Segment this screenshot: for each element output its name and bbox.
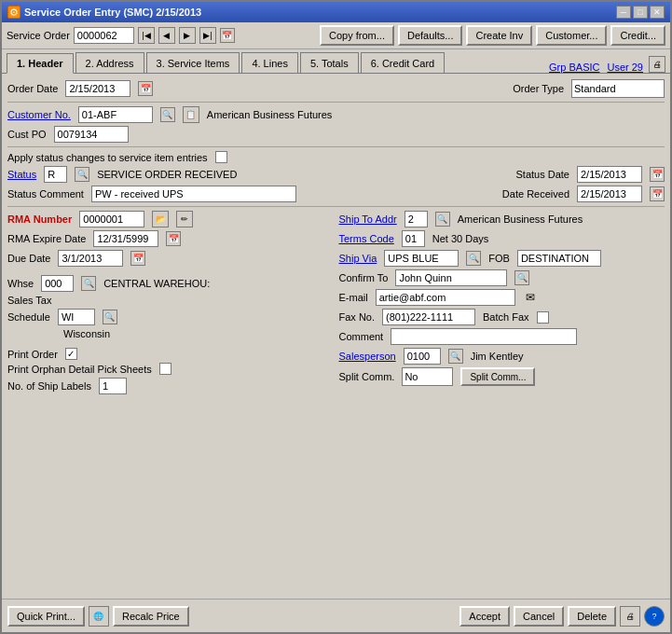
- service-order-label: Service Order: [7, 30, 70, 41]
- schedule-search-btn[interactable]: 🔍: [103, 310, 117, 324]
- terms-code-input[interactable]: [402, 230, 425, 247]
- tab-header[interactable]: 1. Header: [7, 53, 74, 74]
- status-row: Status 🔍 SERVICE ORDER RECEIVED Status D…: [7, 166, 665, 183]
- apply-status-checkbox[interactable]: [215, 151, 227, 163]
- terms-code-link[interactable]: Terms Code: [339, 233, 394, 244]
- rma-edit-btn[interactable]: ✏: [176, 211, 193, 227]
- globe-icon-btn[interactable]: 🌐: [89, 606, 109, 627]
- status-search-btn[interactable]: 🔍: [75, 167, 89, 182]
- status-date-input[interactable]: [577, 166, 642, 183]
- whse-input[interactable]: [41, 275, 74, 292]
- fob-input[interactable]: [517, 250, 601, 267]
- user-link[interactable]: User 29: [607, 62, 643, 73]
- order-date-input[interactable]: [65, 80, 130, 97]
- printer-icon-btn[interactable]: 🖨: [649, 56, 665, 73]
- whse-search-btn[interactable]: 🔍: [81, 276, 96, 291]
- rma-expire-cal-btn[interactable]: 📅: [166, 231, 181, 246]
- ship-via-input[interactable]: [384, 250, 459, 267]
- ship-via-search-btn[interactable]: 🔍: [466, 251, 481, 266]
- order-date-cal-btn[interactable]: 📅: [138, 81, 153, 96]
- comment-input[interactable]: [391, 328, 577, 345]
- close-btn[interactable]: ✕: [650, 6, 665, 19]
- nav-next[interactable]: ▶: [179, 27, 196, 44]
- salesperson-link[interactable]: Salesperson: [339, 351, 396, 362]
- copy-from-button[interactable]: Copy from...: [320, 25, 394, 46]
- recalc-price-button[interactable]: Recalc Price: [113, 606, 189, 627]
- credit-button[interactable]: Credit...: [610, 25, 665, 46]
- service-order-input[interactable]: [74, 27, 134, 44]
- split-comm-button[interactable]: Split Comm...: [460, 367, 535, 386]
- due-date-input[interactable]: [58, 250, 123, 267]
- ship-via-link[interactable]: Ship Via: [339, 253, 377, 264]
- customer-detail-btn[interactable]: 📋: [183, 106, 199, 123]
- rma-expire-input[interactable]: [93, 230, 158, 247]
- salesperson-search-btn[interactable]: 🔍: [448, 349, 463, 364]
- sep3: [7, 206, 665, 207]
- print-order-checkbox[interactable]: [65, 348, 77, 360]
- customer-search-btn[interactable]: 🔍: [160, 107, 175, 122]
- tab-totals[interactable]: 5. Totals: [300, 52, 359, 73]
- customer-button[interactable]: Customer...: [536, 25, 607, 46]
- split-comm-row: Split Comm. No Yes Split Comm...: [339, 367, 665, 386]
- app-icon: ⚙: [7, 6, 21, 19]
- print-icon-btn[interactable]: 🖨: [620, 606, 640, 627]
- print-orphan-checkbox[interactable]: [159, 363, 171, 375]
- tab-address[interactable]: 2. Address: [75, 52, 144, 73]
- batch-fax-checkbox[interactable]: [537, 311, 549, 324]
- tab-credit-card[interactable]: 6. Credit Card: [361, 52, 445, 73]
- email-input[interactable]: [376, 289, 515, 306]
- left-col: RMA Number 📂 ✏ RMA Expire Date 📅 Due Dat…: [7, 211, 334, 397]
- whse-label: Whse: [7, 278, 34, 289]
- help-icon-btn[interactable]: ?: [644, 606, 665, 627]
- tab-lines[interactable]: 4. Lines: [241, 52, 298, 73]
- apply-status-row: Apply status changes to service item ent…: [7, 151, 665, 163]
- order-date-label: Order Date: [7, 83, 58, 94]
- status-date-cal-btn[interactable]: 📅: [650, 167, 665, 182]
- ship-to-search-btn[interactable]: 🔍: [435, 212, 450, 227]
- confirm-to-search-btn[interactable]: 🔍: [514, 270, 529, 285]
- split-comm-dropdown-container: No Yes: [402, 367, 453, 386]
- due-date-cal-btn[interactable]: 📅: [130, 251, 145, 266]
- tab-bar: 1. Header 2. Address 3. Service Items 4.…: [2, 49, 670, 74]
- minimize-btn[interactable]: ─: [616, 6, 631, 19]
- tab-service-items[interactable]: 3. Service Items: [146, 52, 240, 73]
- rma-browse-btn[interactable]: 📂: [152, 211, 169, 227]
- salesperson-input[interactable]: [404, 348, 441, 365]
- calendar-btn[interactable]: 📅: [220, 28, 235, 43]
- delete-button[interactable]: Delete: [568, 606, 616, 627]
- customer-no-input[interactable]: [78, 106, 153, 123]
- nav-prev-first[interactable]: |◀: [138, 27, 155, 44]
- sales-tax-label: Sales Tax: [7, 295, 52, 306]
- defaults-button[interactable]: Defaults...: [398, 25, 463, 46]
- confirm-to-input[interactable]: [395, 269, 507, 286]
- maximize-btn[interactable]: □: [633, 6, 648, 19]
- quick-print-button[interactable]: Quick Print...: [7, 606, 85, 627]
- cust-po-row: Cust PO: [7, 126, 665, 143]
- sep2: [7, 146, 665, 147]
- status-comment-input[interactable]: [91, 186, 296, 202]
- schedule-input[interactable]: [58, 309, 95, 325]
- status-comment-label: Status Comment: [7, 188, 84, 200]
- date-received-cal-btn[interactable]: 📅: [650, 186, 665, 201]
- order-type-dropdown[interactable]: Standard: [571, 79, 665, 98]
- confirm-to-row: Confirm To 🔍: [339, 269, 665, 286]
- two-col-section: RMA Number 📂 ✏ RMA Expire Date 📅 Due Dat…: [7, 211, 665, 397]
- cancel-button[interactable]: Cancel: [514, 606, 564, 627]
- create-inv-button[interactable]: Create Inv: [466, 25, 532, 46]
- split-comm-dropdown[interactable]: No Yes: [402, 367, 453, 386]
- date-received-input[interactable]: [577, 186, 642, 202]
- ship-to-input[interactable]: [405, 211, 428, 227]
- accept-button[interactable]: Accept: [459, 606, 510, 627]
- cust-po-input[interactable]: [54, 126, 129, 143]
- nav-next-last[interactable]: ▶|: [199, 27, 216, 44]
- status-input[interactable]: [44, 166, 67, 183]
- due-date-row: Due Date 📅: [7, 250, 334, 267]
- nav-prev[interactable]: ◀: [158, 27, 175, 44]
- ship-to-link[interactable]: Ship To Addr: [339, 214, 397, 225]
- customer-no-link[interactable]: Customer No.: [7, 109, 71, 120]
- grp-basic-link[interactable]: Grp BASIC: [549, 62, 599, 73]
- rma-number-input[interactable]: [79, 211, 144, 227]
- status-link[interactable]: Status: [7, 169, 36, 180]
- fax-input[interactable]: [382, 309, 475, 325]
- ship-labels-input[interactable]: [99, 378, 127, 394]
